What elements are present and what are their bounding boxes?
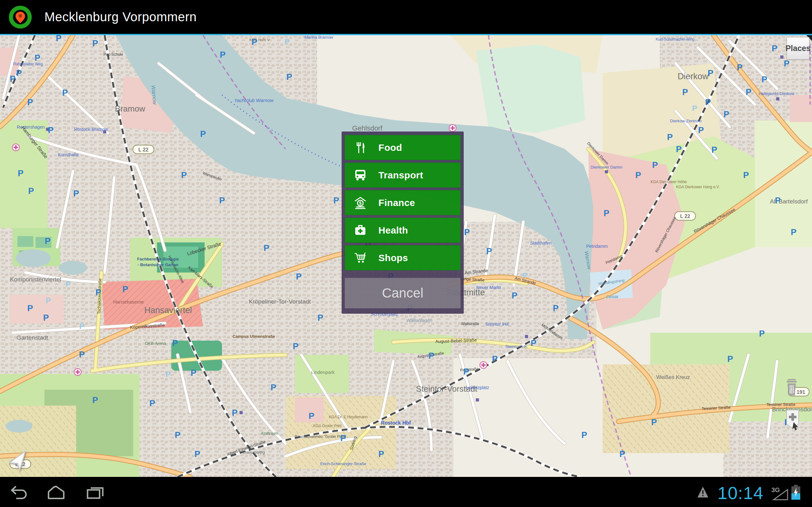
svg-text:P: P	[522, 271, 527, 280]
svg-text:Kurt-Schumacher-Ring: Kurt-Schumacher-Ring	[656, 37, 694, 42]
svg-text:Haltepunkt Dierkow: Haltepunkt Dierkow	[759, 91, 795, 96]
back-button[interactable]	[10, 486, 28, 501]
svg-text:L 22: L 22	[138, 147, 148, 153]
dialog-transport-button[interactable]: Transport	[345, 163, 461, 187]
svg-text:Baumaßnahmen "Groter Pohl": Baumaßnahmen "Groter Pohl"	[295, 435, 346, 439]
svg-text:Dierkow: Dierkow	[677, 72, 709, 81]
trash-icon[interactable]	[785, 378, 798, 397]
places-button[interactable]: Places	[786, 37, 809, 60]
svg-text:P: P	[737, 63, 743, 72]
dialog-item-label: Finance	[378, 198, 415, 208]
svg-text:Wallstraße: Wallstraße	[461, 322, 479, 326]
svg-text:P: P	[378, 449, 384, 459]
cancel-button[interactable]: Cancel	[345, 278, 461, 308]
signal-strength-icon	[772, 488, 789, 502]
svg-text:P: P	[635, 170, 641, 180]
svg-text:P: P	[711, 145, 717, 155]
svg-text:Neuer Markt: Neuer Markt	[476, 285, 501, 290]
svg-text:P: P	[553, 303, 559, 313]
dialog-finance-button[interactable]: $ Finance	[345, 190, 461, 215]
svg-text:Campus Ulmenstraße: Campus Ulmenstraße	[233, 334, 275, 339]
svg-text:KGA Groter Pohl: KGA Groter Pohl	[313, 424, 341, 428]
svg-text:P: P	[698, 125, 704, 135]
svg-text:P: P	[667, 132, 673, 142]
svg-text:P: P	[296, 272, 302, 281]
dialog-item-label: Transport	[378, 170, 423, 181]
page-title: Mecklenburg Vorpommern	[44, 10, 197, 24]
svg-text:P: P	[46, 296, 51, 305]
svg-text:Kunsthalle: Kunsthalle	[58, 152, 79, 157]
svg-text:P: P	[172, 338, 178, 348]
svg-text:Steintor IHK: Steintor IHK	[505, 344, 527, 349]
svg-text:Fachbereich Biologie: Fachbereich Biologie	[137, 257, 179, 262]
system-navigation-bar: 10:14 3G	[0, 477, 812, 507]
svg-text:P: P	[10, 74, 15, 83]
shops-icon	[353, 250, 368, 265]
category-dialog: Food Transport $	[342, 131, 464, 314]
svg-text:P: P	[232, 408, 238, 418]
svg-text:P: P	[619, 449, 625, 459]
svg-text:P: P	[531, 338, 537, 348]
svg-text:P: P	[56, 35, 61, 43]
app-location-pin-icon	[9, 6, 32, 29]
svg-text:P: P	[96, 288, 101, 297]
poi-flag-icon[interactable]	[785, 409, 800, 433]
svg-text:P: P	[317, 313, 323, 323]
svg-text:P: P	[79, 350, 85, 359]
svg-text:Kröpeliner-Tor-Vorstadt: Kröpeliner-Tor-Vorstadt	[249, 298, 311, 305]
home-button[interactable]	[47, 486, 65, 501]
dialog-item-label: Shops	[378, 252, 408, 263]
svg-text:P: P	[66, 280, 71, 288]
svg-text:Hansaviertel: Hansaviertel	[144, 305, 192, 315]
svg-text:P: P	[122, 285, 128, 294]
svg-text:P: P	[219, 196, 225, 205]
svg-text:Yachtclub Warnow: Yachtclub Warnow	[234, 98, 274, 103]
battery-charging-icon	[791, 485, 801, 501]
svg-text:P: P	[581, 430, 587, 440]
svg-text:Steintor IHK: Steintor IHK	[485, 322, 509, 327]
svg-text:P: P	[309, 411, 314, 421]
svg-text:Hansekaserne: Hansekaserne	[113, 299, 144, 304]
dialog-shops-button[interactable]: Shops	[345, 245, 461, 270]
dialog-health-button[interactable]: Health	[345, 218, 461, 243]
svg-text:P: P	[512, 291, 517, 300]
svg-text:P: P	[463, 367, 469, 377]
svg-text:P: P	[92, 39, 98, 48]
svg-text:Petridamm: Petridamm	[586, 244, 608, 249]
svg-text:Dierkow-Zentrum: Dierkow-Zentrum	[670, 118, 702, 123]
svg-text:Carbäk: Carbäk	[606, 295, 619, 299]
svg-text:KGA Dierkower Hang e.V.: KGA Dierkower Hang e.V.	[676, 185, 720, 189]
svg-text:Rostock Hbf: Rostock Hbf	[381, 420, 411, 426]
svg-text:P: P	[264, 243, 269, 253]
svg-text:P: P	[62, 88, 68, 98]
warning-icon	[697, 486, 709, 500]
svg-text:Leibnizplatz: Leibnizplatz	[466, 385, 489, 390]
svg-text:P: P	[181, 170, 187, 180]
device-screen: Mecklenburg Vorpommern	[0, 0, 812, 507]
svg-text:P: P	[35, 53, 40, 63]
svg-text:P: P	[705, 98, 711, 107]
svg-text:Komponistenviertel: Komponistenviertel	[10, 276, 61, 283]
dialog-item-label: Health	[378, 225, 408, 236]
svg-text:Marina Bramow: Marina Bramow	[304, 35, 334, 40]
my-location-arrow-icon[interactable]	[6, 449, 28, 472]
svg-text:P: P	[28, 186, 34, 196]
svg-text:P: P	[43, 313, 49, 323]
svg-text:Stadthafen: Stadthafen	[530, 240, 552, 245]
svg-text:P: P	[334, 196, 339, 205]
svg-text:P: P	[772, 44, 777, 53]
dialog-food-button[interactable]: Food	[345, 135, 461, 160]
svg-text:P: P	[604, 209, 609, 218]
recent-apps-button[interactable]	[86, 486, 104, 501]
svg-text:P: P	[676, 145, 681, 154]
svg-text:P: P	[149, 399, 155, 408]
svg-text:Rostock-Bramow: Rostock-Bramow	[74, 127, 108, 132]
food-icon	[353, 140, 368, 155]
action-bar: Mecklenburg Vorpommern	[0, 0, 812, 35]
health-icon	[353, 223, 368, 238]
svg-text:Bramow: Bramow	[115, 104, 145, 113]
svg-text:- Botanischer Garten: - Botanischer Garten	[138, 262, 179, 267]
svg-text:P: P	[287, 72, 292, 82]
svg-text:P: P	[759, 329, 765, 338]
svg-text:Tessiner Straße: Tessiner Straße	[766, 402, 795, 407]
